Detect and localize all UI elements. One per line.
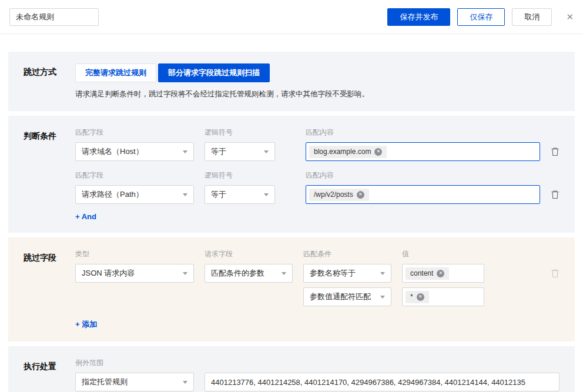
exception-scope-label: 例外范围 [75, 358, 194, 368]
execution-title: 执行处置 [24, 358, 75, 391]
exception-scope-select[interactable]: 指定托管规则 [75, 373, 194, 391]
add-skip-field-link[interactable]: + 添加 [75, 319, 97, 330]
match-field-select[interactable]: 请求路径（Path） [75, 185, 194, 204]
value-input[interactable]: content ✕ [402, 264, 484, 283]
caret-down-icon [264, 150, 269, 153]
operator-select[interactable]: 等于 [205, 185, 275, 204]
tag-remove-icon[interactable]: ✕ [417, 293, 424, 301]
tag-text: blog.example.com [314, 148, 371, 155]
skip-method-description: 请求满足判断条件时，跳过字段将不会经过指定托管规则检测，请求中其他字段不受影响。 [75, 89, 559, 99]
match-field-label: 匹配字段 [75, 128, 194, 138]
value-tag: * ✕ [406, 291, 429, 303]
tag-remove-icon[interactable]: ✕ [374, 148, 382, 156]
topbar-actions: 保存并发布 仅保存 取消 ✕ [387, 8, 574, 26]
skip-fields-title: 跳过字段 [24, 249, 75, 330]
skip-partial-fields-option[interactable]: 部分请求字段跳过规则扫描 [158, 63, 270, 82]
value-tag: content ✕ [406, 267, 449, 280]
section-skip-fields: 跳过字段 类型 JSON 请求内容 请求字段 匹配条件的参数 [8, 237, 575, 341]
type-select[interactable]: JSON 请求内容 [75, 264, 194, 283]
value-label: 值 [402, 249, 484, 259]
caret-down-icon [380, 272, 385, 275]
match-condition-label: 匹配条件 [303, 249, 391, 259]
tag-text: * [410, 293, 413, 300]
match-field-label: 匹配字段 [75, 170, 194, 180]
caret-down-icon [183, 193, 187, 196]
match-condition-select[interactable]: 参数值通配符匹配 [303, 287, 391, 306]
tag-text: content [410, 270, 433, 277]
select-value: 等于 [211, 146, 259, 157]
top-bar: 保存并发布 仅保存 取消 ✕ [0, 0, 583, 34]
select-value: 匹配条件的参数 [211, 268, 277, 279]
operator-label: 逻辑符号 [205, 170, 275, 180]
request-field-label: 请求字段 [205, 249, 293, 259]
match-content-label: 匹配内容 [306, 170, 540, 180]
section-skip-method: 跳过方式 完整请求跳过规则 部分请求字段跳过规则扫描 请求满足判断条件时，跳过字… [8, 52, 575, 111]
section-conditions: 判断条件 匹配字段 请求域名（Host） 逻辑符号 等于 [8, 116, 575, 233]
delete-condition-button[interactable] [551, 190, 559, 199]
caret-down-icon [183, 381, 187, 384]
operator-label: 逻辑符号 [205, 128, 275, 138]
match-content-input[interactable]: blog.example.com ✕ [306, 142, 540, 161]
caret-down-icon [183, 272, 187, 275]
skip-full-request-option[interactable]: 完整请求跳过规则 [75, 63, 156, 82]
type-label: 类型 [75, 249, 194, 259]
conditions-title: 判断条件 [24, 128, 75, 221]
skip-method-toggle-group: 完整请求跳过规则 部分请求字段跳过规则扫描 [75, 63, 559, 82]
request-field-select[interactable]: 匹配条件的参数 [205, 264, 293, 283]
delete-condition-button[interactable] [551, 147, 559, 156]
match-condition-select[interactable]: 参数名称等于 [303, 264, 391, 283]
match-content-input[interactable]: /wp/v2/posts ✕ [306, 185, 540, 204]
select-value: JSON 请求内容 [82, 268, 178, 279]
operator-select[interactable]: 等于 [205, 142, 275, 161]
rule-form: 跳过方式 完整请求跳过规则 部分请求字段跳过规则扫描 请求满足判断条件时，跳过字… [0, 52, 583, 392]
managed-rule-ids-input[interactable] [205, 373, 559, 391]
skip-method-title: 跳过方式 [24, 63, 75, 99]
execution-row: 例外范围 指定托管规则 [75, 358, 559, 391]
save-publish-button[interactable]: 保存并发布 [387, 8, 450, 26]
select-value: 请求路径（Path） [82, 189, 178, 200]
select-value: 等于 [211, 189, 259, 200]
select-value: 参数名称等于 [310, 268, 376, 279]
caret-down-icon [183, 150, 187, 153]
close-icon[interactable]: ✕ [566, 12, 574, 21]
value-tag: /wp/v2/posts ✕ [309, 189, 369, 201]
tag-text: /wp/v2/posts [314, 191, 353, 198]
condition-row: 匹配字段 请求域名（Host） 逻辑符号 等于 匹配内容 [75, 128, 559, 161]
caret-down-icon [264, 193, 269, 196]
caret-down-icon [282, 272, 286, 275]
section-execution: 执行处置 例外范围 指定托管规则 [8, 346, 575, 392]
select-value: 请求域名（Host） [82, 146, 178, 157]
delete-skip-field-button[interactable] [551, 269, 559, 278]
tag-remove-icon[interactable]: ✕ [357, 191, 364, 199]
rule-name-input[interactable] [9, 8, 99, 26]
match-field-select[interactable]: 请求域名（Host） [75, 142, 194, 161]
value-input[interactable]: * ✕ [402, 287, 484, 306]
cancel-button[interactable]: 取消 [512, 8, 552, 26]
add-condition-link[interactable]: + And [75, 212, 96, 221]
match-content-label: 匹配内容 [306, 128, 540, 138]
skip-field-subrow: 参数值通配符匹配 * ✕ [303, 287, 559, 306]
skip-field-row: 类型 JSON 请求内容 请求字段 匹配条件的参数 匹配条件 [75, 249, 559, 283]
save-only-button[interactable]: 仅保存 [457, 8, 505, 26]
condition-row: 匹配字段 请求路径（Path） 逻辑符号 等于 匹配内容 [75, 170, 559, 204]
select-value: 参数值通配符匹配 [310, 292, 376, 302]
tag-remove-icon[interactable]: ✕ [437, 270, 444, 277]
value-tag: blog.example.com ✕ [309, 146, 387, 158]
select-value: 指定托管规则 [82, 377, 178, 387]
caret-down-icon [380, 296, 385, 299]
